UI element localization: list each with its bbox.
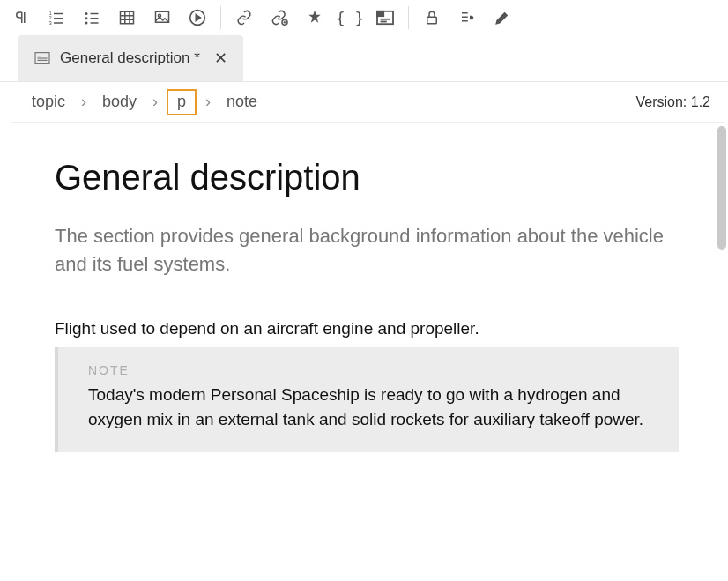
label-box-icon[interactable] <box>368 2 403 34</box>
toolbar-separator <box>220 6 221 29</box>
editor-area: General description The section provides… <box>12 123 728 581</box>
tab-general-description[interactable]: General description * ✕ <box>18 35 243 81</box>
svg-rect-22 <box>377 11 383 16</box>
svg-point-8 <box>85 22 88 25</box>
link-icon[interactable] <box>227 2 262 34</box>
link-edit-icon[interactable] <box>262 2 297 34</box>
svg-text:3: 3 <box>49 20 52 26</box>
bullet-list-icon[interactable] <box>74 2 109 34</box>
breadcrumb-note[interactable]: note <box>219 91 264 113</box>
list-tag-icon[interactable] <box>449 2 485 34</box>
svg-point-6 <box>85 12 88 15</box>
chevron-right-icon: › <box>205 93 211 111</box>
document-icon <box>33 51 51 65</box>
close-icon[interactable]: ✕ <box>214 48 227 68</box>
braces-icon[interactable]: { } <box>332 2 368 34</box>
breadcrumb-topic[interactable]: topic <box>25 91 72 113</box>
note-block: NOTE Today's modern Personal Spaceship i… <box>55 347 679 452</box>
editor-content[interactable]: General description The section provides… <box>12 123 728 581</box>
lock-icon[interactable] <box>414 2 449 34</box>
body-paragraph: Flight used to depend on an aircraft eng… <box>55 319 679 339</box>
breadcrumb: topic › body › p › note <box>25 89 264 115</box>
svg-rect-12 <box>121 11 134 24</box>
table-icon[interactable] <box>109 2 145 34</box>
pilcrow-icon[interactable] <box>4 2 39 34</box>
image-icon[interactable] <box>145 2 180 34</box>
toolbar-separator <box>408 6 409 29</box>
star-icon[interactable] <box>297 2 332 34</box>
chevron-right-icon: › <box>81 93 86 111</box>
tab-title: General description * <box>60 49 200 67</box>
highlighter-icon[interactable] <box>485 2 520 34</box>
breadcrumb-body[interactable]: body <box>95 91 144 113</box>
video-icon[interactable] <box>180 2 215 34</box>
ordered-list-icon[interactable]: 123 <box>39 2 74 34</box>
version-label: Version: 1.2 <box>636 94 711 110</box>
note-label: NOTE <box>88 363 656 377</box>
chevron-right-icon: › <box>152 93 158 111</box>
breadcrumb-p[interactable]: p <box>167 89 197 115</box>
svg-point-7 <box>85 17 88 19</box>
note-text: Today's modern Personal Spaceship is rea… <box>88 383 656 433</box>
toolbar: 123 { } <box>0 0 728 35</box>
tab-bar: General description * ✕ <box>0 35 728 82</box>
breadcrumb-bar: topic › body › p › note Version: 1.2 <box>11 82 724 123</box>
svg-rect-25 <box>427 17 437 24</box>
lead-paragraph: The section provides general background … <box>55 222 679 279</box>
page-title: General description <box>55 158 679 197</box>
